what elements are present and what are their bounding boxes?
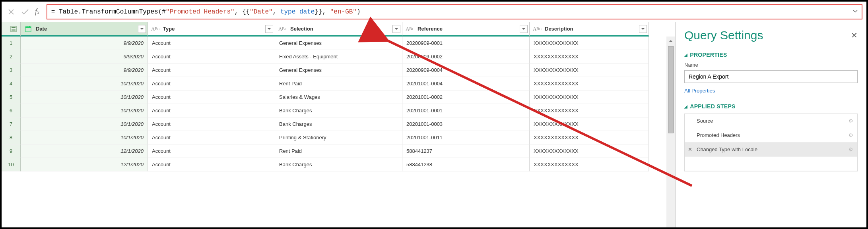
cell-reference[interactable]: 20201001-0003 bbox=[402, 117, 530, 131]
cell-type[interactable]: Account bbox=[148, 104, 275, 117]
calendar-icon bbox=[24, 25, 33, 33]
cancel-icon[interactable] bbox=[7, 8, 15, 16]
cell-description[interactable]: XXXXXXXXXXXXX bbox=[530, 90, 649, 104]
cell-description[interactable]: XXXXXXXXXXXXX bbox=[530, 144, 649, 158]
column-label: Type bbox=[163, 26, 175, 32]
formula-bar[interactable]: = Table.TransformColumnTypes(#"Promoted … bbox=[47, 4, 862, 19]
scroll-thumb[interactable] bbox=[668, 46, 674, 133]
filter-dropdown-icon[interactable] bbox=[639, 25, 647, 33]
column-label: Selection bbox=[290, 26, 313, 32]
filter-dropdown-icon[interactable] bbox=[520, 25, 528, 33]
cell-reference[interactable]: 20200909-0004 bbox=[402, 64, 530, 77]
cell-type[interactable]: Account bbox=[148, 158, 275, 171]
name-label: Name bbox=[684, 62, 858, 68]
cell-date[interactable]: 10/1/2020 bbox=[21, 90, 148, 104]
table-row[interactable]: 1012/1/2020AccountBank Charges588441238X… bbox=[2, 158, 675, 171]
cell-reference[interactable]: 588441238 bbox=[402, 158, 530, 171]
cell-selection[interactable]: General Expenses bbox=[275, 37, 402, 50]
cell-type[interactable]: Account bbox=[148, 77, 275, 90]
cell-selection[interactable]: Rent Paid bbox=[275, 144, 402, 158]
row-number: 10 bbox=[2, 158, 21, 171]
cell-date[interactable]: 10/1/2020 bbox=[21, 77, 148, 90]
cell-reference[interactable]: 20201001-0001 bbox=[402, 104, 530, 117]
cell-date[interactable]: 10/1/2020 bbox=[21, 131, 148, 144]
cell-description[interactable]: XXXXXXXXXXXXX bbox=[530, 77, 649, 90]
cell-reference[interactable]: 20201001-0002 bbox=[402, 90, 530, 104]
applied-steps-section-header[interactable]: ◢ APPLIED STEPS bbox=[684, 103, 858, 110]
commit-icon[interactable] bbox=[21, 8, 29, 16]
scroll-up-icon[interactable] bbox=[666, 37, 675, 45]
applied-step[interactable]: ✕Changed Type with Locale⚙ bbox=[685, 142, 857, 157]
column-header-reference[interactable]: ABC Reference bbox=[402, 22, 530, 37]
column-header-date[interactable]: Date bbox=[21, 22, 148, 37]
table-row[interactable]: 810/1/2020AccountPrinting & Stationery20… bbox=[2, 131, 675, 144]
cell-selection[interactable]: Rent Paid bbox=[275, 77, 402, 90]
properties-section-header[interactable]: ◢ PROPERTIES bbox=[684, 52, 858, 58]
row-index-header[interactable] bbox=[2, 22, 21, 37]
cell-selection[interactable]: Bank Charges bbox=[275, 158, 402, 171]
cell-selection[interactable]: Bank Charges bbox=[275, 117, 402, 131]
cell-selection[interactable]: Salaries & Wages bbox=[275, 90, 402, 104]
delete-step-icon[interactable]: ✕ bbox=[688, 146, 692, 152]
cell-reference[interactable]: 20200909-0001 bbox=[402, 37, 530, 50]
cell-selection[interactable]: Printing & Stationery bbox=[275, 131, 402, 144]
filter-dropdown-icon[interactable] bbox=[265, 25, 273, 33]
cell-selection[interactable]: Bank Charges bbox=[275, 104, 402, 117]
cell-reference[interactable]: 588441237 bbox=[402, 144, 530, 158]
fx-icon[interactable]: fx bbox=[35, 8, 39, 16]
gear-icon[interactable]: ⚙ bbox=[849, 146, 853, 152]
table-row[interactable]: 410/1/2020AccountRent Paid20201001-0004X… bbox=[2, 77, 675, 90]
table-row[interactable]: 610/1/2020AccountBank Charges20201001-00… bbox=[2, 104, 675, 117]
formula-expand-icon[interactable] bbox=[852, 8, 858, 16]
column-header-selection[interactable]: ABC Selection bbox=[275, 22, 402, 37]
cell-type[interactable]: Account bbox=[148, 131, 275, 144]
cell-type[interactable]: Account bbox=[148, 64, 275, 77]
table-row[interactable]: 29/9/2020AccountFixed Assets - Equipment… bbox=[2, 50, 675, 64]
cell-date[interactable]: 9/9/2020 bbox=[21, 50, 148, 64]
query-name-input[interactable] bbox=[684, 70, 858, 83]
column-header-type[interactable]: ABC Type bbox=[148, 22, 275, 37]
cell-type[interactable]: Account bbox=[148, 90, 275, 104]
table-row[interactable]: 710/1/2020AccountBank Charges20201001-00… bbox=[2, 117, 675, 131]
cell-date[interactable]: 12/1/2020 bbox=[21, 158, 148, 171]
cell-description[interactable]: XXXXXXXXXXXXX bbox=[530, 64, 649, 77]
cell-reference[interactable]: 20200909-0002 bbox=[402, 50, 530, 64]
cell-date[interactable]: 9/9/2020 bbox=[21, 64, 148, 77]
row-number: 2 bbox=[2, 50, 21, 64]
cell-date[interactable]: 9/9/2020 bbox=[21, 37, 148, 50]
cell-date[interactable]: 10/1/2020 bbox=[21, 117, 148, 131]
cell-type[interactable]: Account bbox=[148, 144, 275, 158]
applied-steps-list: Source⚙Promoted Headers⚙✕Changed Type wi… bbox=[684, 114, 858, 171]
cell-description[interactable]: XXXXXXXXXXXXX bbox=[530, 131, 649, 144]
row-number: 6 bbox=[2, 104, 21, 117]
table-row[interactable]: 510/1/2020AccountSalaries & Wages2020100… bbox=[2, 90, 675, 104]
cell-reference[interactable]: 20201001-0011 bbox=[402, 131, 530, 144]
table-row[interactable]: 19/9/2020AccountGeneral Expenses20200909… bbox=[2, 37, 675, 50]
cell-type[interactable]: Account bbox=[148, 50, 275, 64]
cell-selection[interactable]: General Expenses bbox=[275, 64, 402, 77]
all-properties-link[interactable]: All Properties bbox=[684, 88, 858, 94]
cell-description[interactable]: XXXXXXXXXXXXX bbox=[530, 104, 649, 117]
applied-step[interactable]: Promoted Headers⚙ bbox=[685, 128, 857, 142]
applied-step[interactable]: Source⚙ bbox=[685, 114, 857, 128]
table-row[interactable]: 39/9/2020AccountGeneral Expenses20200909… bbox=[2, 64, 675, 77]
close-icon[interactable]: ✕ bbox=[851, 31, 858, 40]
filter-dropdown-icon[interactable] bbox=[392, 25, 400, 33]
column-header-description[interactable]: ABC Description bbox=[530, 22, 649, 37]
cell-description[interactable]: XXXXXXXXXXXXX bbox=[530, 50, 649, 64]
table-row[interactable]: 912/1/2020AccountRent Paid588441237XXXXX… bbox=[2, 144, 675, 158]
filter-dropdown-icon[interactable] bbox=[138, 25, 146, 33]
cell-date[interactable]: 12/1/2020 bbox=[21, 144, 148, 158]
gear-icon[interactable]: ⚙ bbox=[849, 132, 853, 138]
empty-step-slot bbox=[685, 157, 857, 171]
vertical-scrollbar[interactable] bbox=[666, 37, 675, 227]
cell-description[interactable]: XXXXXXXXXXXXX bbox=[530, 37, 649, 50]
cell-selection[interactable]: Fixed Assets - Equipment bbox=[275, 50, 402, 64]
gear-icon[interactable]: ⚙ bbox=[849, 118, 853, 124]
cell-description[interactable]: XXXXXXXXXXXXX bbox=[530, 117, 649, 131]
cell-date[interactable]: 10/1/2020 bbox=[21, 104, 148, 117]
cell-type[interactable]: Account bbox=[148, 117, 275, 131]
cell-reference[interactable]: 20201001-0004 bbox=[402, 77, 530, 90]
cell-type[interactable]: Account bbox=[148, 37, 275, 50]
cell-description[interactable]: XXXXXXXXXXXXX bbox=[530, 158, 649, 171]
